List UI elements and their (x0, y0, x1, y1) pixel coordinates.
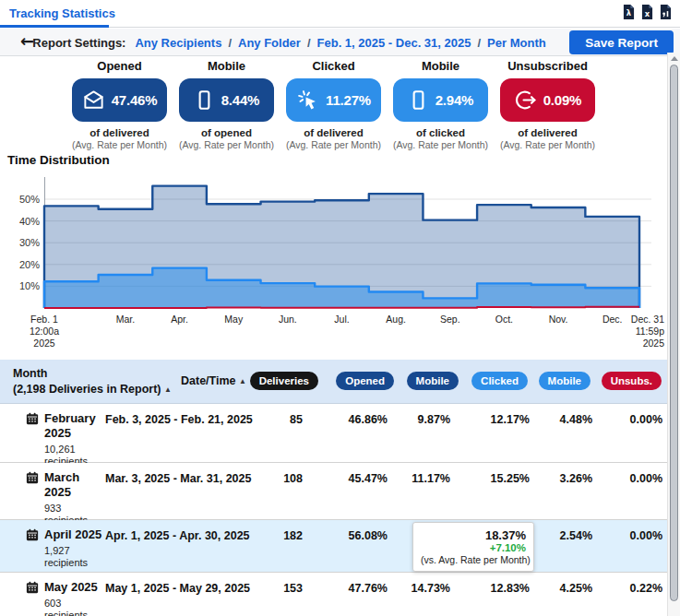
row-recipients: 1,927 recipients (44, 545, 105, 569)
mobile-phone-icon (408, 89, 429, 111)
calendar-icon (26, 471, 44, 527)
card-caption: of delivered (280, 127, 387, 138)
stat-card-button[interactable]: 8.44% (179, 78, 274, 122)
cell-mobile-opened: 11.17% (388, 463, 450, 527)
x-axis-tick-label: Mar. (102, 314, 149, 326)
card-title: Unsubscribed (495, 59, 601, 73)
export-excel-icon[interactable]: x (641, 5, 653, 19)
cell-deliveries: 153 (266, 573, 303, 616)
datetime-column-header[interactable]: Date/Time ▲ (181, 374, 246, 387)
column-pill-clicked-4[interactable]: Clicked (471, 372, 528, 390)
x-axis-tick-label: Jul. (319, 314, 365, 326)
card-caption: of delivered (495, 127, 601, 138)
month-header-line1: Month (13, 366, 172, 382)
month-header-line2: (2,198 Deliveries in Report) ▲ (13, 382, 172, 397)
x-axis-tick-label: Nov. (535, 314, 581, 326)
month-column-header[interactable]: Month (2,198 Deliveries in Report) ▲ (13, 366, 172, 397)
card-title: Clicked (280, 59, 387, 73)
svg-text:40%: 40% (19, 216, 40, 227)
cell-deliveries: 108 (266, 463, 303, 527)
x-axis-tick-label: Jun. (265, 314, 311, 326)
export-csv-icon[interactable] (660, 5, 672, 19)
row-month: February 2025 (44, 411, 105, 441)
row-month: March 2025 (44, 470, 105, 500)
tab-tracking-statistics[interactable]: Tracking Statistics (9, 6, 115, 20)
tooltip-delta: +7.10% (421, 542, 526, 553)
column-pill-mobile-5[interactable]: Mobile (539, 372, 591, 390)
x-axis-end-label: Dec. 31 11:59p 2025 (609, 314, 664, 349)
card-subcaption: (Avg. Rate per Month) (495, 139, 601, 150)
cell-mobile-opened: 9.87% (388, 404, 450, 468)
table-row[interactable]: May 2025603 recipientsMay 1, 2025 - May … (0, 573, 667, 616)
svg-text:λ: λ (626, 8, 632, 18)
column-pill-mobile-3[interactable]: Mobile (407, 372, 459, 390)
cell-unsubs: 0.00% (592, 463, 662, 527)
sort-asc-icon: ▲ (164, 385, 172, 394)
row-date-range: May 1, 2025 - May 29, 2025 (105, 573, 266, 616)
column-pill-unsubs-6[interactable]: Unsubs. (602, 372, 662, 390)
table-row[interactable]: March 2025933 recipientsMar. 3, 2025 - M… (0, 463, 667, 520)
cell-unsubs: 0.00% (592, 404, 662, 468)
cell-opened: 56.08% (303, 520, 388, 572)
card-title: Mobile (173, 59, 280, 73)
date-range-filter-link[interactable]: Feb. 1, 2025 - Dec. 31, 2025 (317, 36, 471, 50)
cell-unsubs: 0.22% (592, 573, 662, 616)
card-value: 11.27% (326, 92, 371, 108)
calendar-icon (26, 581, 44, 616)
table-row[interactable]: February 202510,261 recipientsFeb. 3, 20… (0, 404, 667, 463)
svg-text:10%: 10% (19, 280, 40, 291)
recipients-filter-link[interactable]: Any Recipients (135, 36, 221, 50)
comparison-tooltip: 18.37% +7.10% (vs. Avg. Rate per Month) (412, 522, 534, 572)
report-settings-links: Any Recipients/Any Folder/Feb. 1, 2025 -… (135, 36, 545, 50)
tracking-statistics-page: Tracking Statistics λx ← Report Settings… (0, 0, 680, 616)
x-axis-tick-label: Apr. (157, 314, 203, 326)
separator: / (307, 36, 311, 50)
cursor-click-icon (296, 89, 319, 112)
calendar-icon (26, 412, 44, 468)
report-settings-label: Report Settings: (32, 36, 125, 50)
stat-card-button[interactable]: 11.27% (286, 78, 381, 122)
stat-card-5: Unsubscribed0.09%of delivered(Avg. Rate … (495, 59, 601, 150)
export-icons: λx (623, 5, 672, 19)
cell-opened: 45.47% (303, 463, 388, 527)
table-header: Month (2,198 Deliveries in Report) ▲ Dat… (0, 360, 667, 404)
time-distribution-chart[interactable]: 50%40%30%20%10% (0, 172, 667, 312)
stat-card-button[interactable]: 47.46% (72, 78, 167, 122)
cell-deliveries: 85 (266, 404, 303, 468)
cell-deliveries: 182 (266, 520, 303, 572)
envelope-open-icon (82, 89, 105, 112)
report-settings-group: Report Settings: Any Recipients/Any Fold… (0, 29, 579, 56)
mobile-phone-icon (194, 89, 215, 111)
row-recipients: 603 recipients (44, 598, 105, 616)
interval-filter-link[interactable]: Per Month (487, 36, 546, 50)
x-axis-tick-label: Aug. (373, 314, 419, 326)
svg-text:x: x (645, 9, 650, 18)
tab-bar: Tracking Statistics λx (0, 0, 680, 28)
tab-active-underline (0, 25, 109, 28)
table-row[interactable]: April 20251,927 recipientsApr. 1, 2025 -… (0, 520, 667, 573)
x-axis-tick-label: May (210, 314, 256, 326)
scrollbar-thumb[interactable] (670, 65, 678, 601)
export-pdf-icon[interactable]: λ (623, 5, 635, 19)
row-date-range: Mar. 3, 2025 - Mar. 31, 2025 (105, 463, 266, 527)
save-report-button[interactable]: Save Report (569, 30, 674, 54)
sign-out-icon (514, 89, 537, 112)
cell-clicked: 12.17% (450, 404, 530, 468)
scrollbar-up-icon[interactable] (671, 56, 678, 61)
cell-mobile-clicked: 3.26% (530, 463, 592, 527)
sort-asc-icon: ▲ (239, 377, 246, 385)
x-axis-tick-label: Oct. (481, 314, 527, 326)
stat-card-button[interactable]: 2.94% (393, 78, 488, 122)
row-month: May 2025 (44, 580, 105, 595)
column-pill-deliveries-1[interactable]: Deliveries (250, 372, 318, 390)
row-date-range: Apr. 1, 2025 - Apr. 30, 2025 (105, 520, 266, 572)
card-caption: of clicked (388, 127, 494, 138)
column-pill-opened-2[interactable]: Opened (336, 372, 394, 390)
folder-filter-link[interactable]: Any Folder (238, 36, 301, 50)
vertical-scrollbar[interactable] (667, 53, 680, 616)
row-month: April 2025 (44, 527, 105, 542)
stat-card-button[interactable]: 0.09% (500, 78, 595, 122)
stat-card-1: Opened47.46%of delivered(Avg. Rate per M… (66, 59, 173, 150)
card-caption: of opened (173, 127, 280, 138)
card-subcaption: (Avg. Rate per Month) (66, 139, 173, 150)
